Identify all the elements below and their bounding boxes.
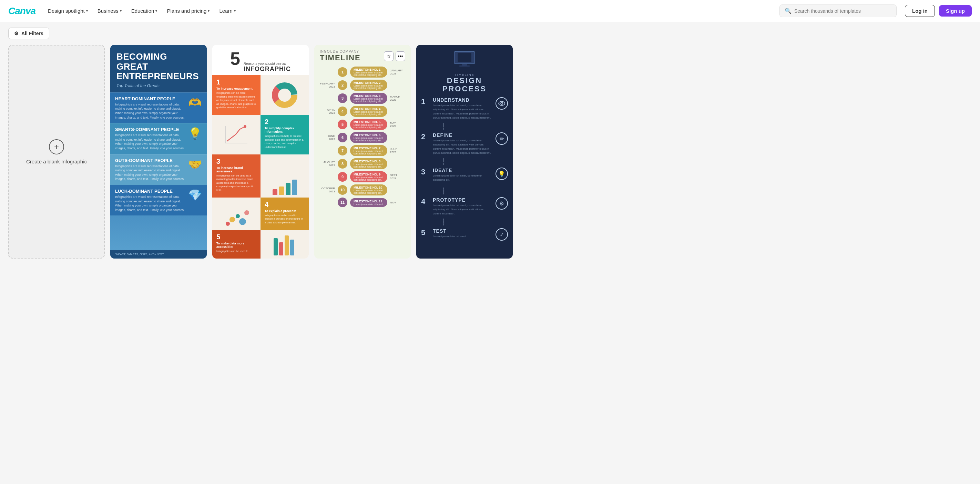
card2-cell-3-text: 3 To increase brand awareness: Infograph… <box>212 154 261 197</box>
handshake-icon: 🤝 <box>188 158 202 171</box>
card1-title: BECOMING GREAT ENTREPRENEURS <box>116 52 200 81</box>
all-filters-button[interactable]: ⚙ All Filters <box>8 27 49 39</box>
search-input[interactable] <box>794 8 891 14</box>
svg-point-6 <box>243 125 247 128</box>
card2-grid: 1 To increase engagement: Infographics c… <box>212 75 309 258</box>
milestone-6: JUNE2023 6 MILESTONE NO. 6 Lorem ipsum d… <box>318 132 407 143</box>
milestone-2: FEBRUARY2023 2 MILESTONE NO. 2 Lorem ips… <box>318 80 407 91</box>
svg-point-3 <box>278 89 291 101</box>
card2-cell-1-text: 1 To increase engagement: Infographics c… <box>212 75 261 115</box>
lightbulb-icon: 💡 <box>188 127 202 140</box>
svg-rect-19 <box>459 65 470 67</box>
card1-section-heart: HEART-DOMINANT PEOPLE Infographics are v… <box>110 92 207 123</box>
card2-cell-2-chart <box>212 115 261 154</box>
card2-cell-5-chart <box>261 230 309 258</box>
gear-icon: ⚙ <box>495 197 508 210</box>
plus-icon: + <box>49 139 64 154</box>
card4-step-2: 2 DEFINE Lorem ipsum dolor sit amet, con… <box>421 132 508 155</box>
svg-rect-14 <box>285 236 289 255</box>
nav-business[interactable]: Business ▾ <box>93 5 126 16</box>
svg-rect-18 <box>462 64 467 65</box>
gallery: + Create a blank Infographic BECOMING GR… <box>0 45 980 269</box>
milestone-5: 5 MILESTONE NO. 5 Lorem ipsum dolor sit … <box>318 119 407 130</box>
signup-button[interactable]: Sign up <box>939 5 972 16</box>
nav-design-spotlight[interactable]: Design spotlight ▾ <box>44 5 92 16</box>
card2-cell-5-text: 5 To make data more accessible: Infograp… <box>212 230 261 258</box>
logo[interactable]: Canva <box>8 5 35 16</box>
milestone-10: OCTOBER2023 10 MILESTONE NO. 10 Lorem ip… <box>318 185 407 196</box>
template-card-timeline[interactable]: INGOUDE COMPANY TIMELINE ☆ ••• 1 MILESTO… <box>314 45 411 258</box>
search-bar: 🔍 <box>780 5 897 17</box>
search-icon: 🔍 <box>784 8 792 14</box>
dashed-line <box>443 188 508 194</box>
template-card-infographic[interactable]: 5 Reasons you should use an INFOGRAPHIC … <box>212 45 309 258</box>
svg-point-21 <box>501 102 503 105</box>
card4-step-1: 1 UNDERSTAND Lorem ipsum dolor sit amet,… <box>421 97 508 120</box>
template-card-design-process[interactable]: TIMELINE DESIGNPROCESS 1 UNDERSTAND Lore… <box>416 45 513 258</box>
lightbulb-icon: 💡 <box>495 167 508 180</box>
svg-rect-12 <box>274 238 278 255</box>
pencil-icon: ✏ <box>495 132 508 145</box>
card3-header: INGOUDE COMPANY TIMELINE ☆ ••• <box>314 45 411 65</box>
card4-step-4: 4 PROTOTYPE Lorem ipsum dolor sit amet, … <box>421 197 508 216</box>
card1-footer: "HEART, SMARTS, GUTS, AND LUCK" <box>115 253 202 256</box>
milestone-7: 7 MILESTONE NO. 7 Lorem ipsum dolor sit … <box>318 145 407 156</box>
milestone-3: 3 MILESTONE NO. 3 Lorem ipsum dolor sit … <box>318 93 407 104</box>
eye-icon <box>495 97 508 110</box>
card2-cell-2-text: 2 To simplify complex information: Infog… <box>261 115 309 154</box>
milestone-4: APRIL2023 4 MILESTONE NO. 4 Lorem ipsum … <box>318 106 407 117</box>
nav-learn[interactable]: Learn ▾ <box>215 5 240 16</box>
dashed-line <box>443 158 508 165</box>
chevron-down-icon: ▾ <box>120 9 122 13</box>
milestone-11: 11 MILESTONE NO. 11 Lorem ipsum dolor si… <box>318 197 407 207</box>
check-icon: ✓ <box>495 228 508 240</box>
card2-header: 5 Reasons you should use an INFOGRAPHIC <box>212 45 309 75</box>
card2-cell-4-chart <box>212 197 261 230</box>
login-button[interactable]: Log in <box>905 5 935 17</box>
card2-cell-4-text: 4 To explain a process: Infographics can… <box>261 197 309 230</box>
nav: Design spotlight ▾ Business ▾ Education … <box>44 5 777 16</box>
dashed-line <box>443 218 508 226</box>
header-actions: Log in Sign up <box>905 5 972 17</box>
milestone-9: 9 MILESTONE NO. 9 Lorem ipsum dolor sit … <box>318 171 407 182</box>
diamond-icon: 💎 <box>188 189 202 202</box>
milestone-8: AUGUST2023 8 MILESTONE NO. 8 Lorem ipsum… <box>318 158 407 169</box>
nav-plans-pricing[interactable]: Plans and pricing ▾ <box>163 5 214 16</box>
svg-point-9 <box>236 214 240 218</box>
card1-section-luck: LUCK-DOMINANT PEOPLE Infographics are vi… <box>110 185 207 215</box>
card3-milestones: 1 MILESTONE NO. 1 Lorem ipsum dolor sit … <box>314 65 411 258</box>
header: Canva Design spotlight ▾ Business ▾ Educ… <box>0 0 980 22</box>
star-icon[interactable]: ☆ <box>384 51 393 61</box>
filter-icon: ⚙ <box>14 31 19 36</box>
card4-step-5: 5 TEST Lorem ipsum dolor sit amet. ✓ <box>421 228 508 240</box>
card1-section-smarts: SMARTS-DOMINANT PEOPLE Infographics are … <box>110 123 207 154</box>
card4-step-3: 3 IDEATE Lorem ipsum dolor sit amet, con… <box>421 167 508 182</box>
filters-bar: ⚙ All Filters <box>0 22 980 45</box>
more-options-icon[interactable]: ••• <box>396 51 405 61</box>
create-blank-label: Create a blank Infographic <box>26 159 87 164</box>
nav-education[interactable]: Education ▾ <box>127 5 162 16</box>
chevron-down-icon: ▾ <box>208 9 210 13</box>
card2-cell-1-chart <box>261 75 309 115</box>
svg-point-7 <box>226 222 230 226</box>
card1-subtitle: Top Traits of the Greats <box>116 83 200 88</box>
chevron-down-icon: ▾ <box>234 9 236 13</box>
card1-section-guts: GUTS-DOMINANT PEOPLE Infographics are vi… <box>110 154 207 185</box>
chevron-down-icon: ▾ <box>156 9 157 13</box>
svg-rect-13 <box>279 242 283 255</box>
create-blank-card[interactable]: + Create a blank Infographic <box>8 45 105 258</box>
template-card-entrepreneurs[interactable]: BECOMING GREAT ENTREPRENEURS Top Traits … <box>110 45 207 258</box>
heart-icon: 🫶 <box>188 96 202 109</box>
svg-rect-15 <box>290 240 294 255</box>
svg-rect-17 <box>458 53 471 62</box>
chevron-down-icon: ▾ <box>86 9 88 13</box>
svg-point-11 <box>244 210 249 215</box>
dashed-line <box>443 123 508 130</box>
card1-header: BECOMING GREAT ENTREPRENEURS Top Traits … <box>110 45 207 92</box>
card4-monitor <box>421 50 508 69</box>
svg-point-20 <box>499 101 505 105</box>
card2-number: 5 <box>230 49 240 68</box>
card2-cell-3-chart <box>261 154 309 197</box>
milestone-1: 1 MILESTONE NO. 1 Lorem ipsum dolor sit … <box>318 67 407 78</box>
svg-point-10 <box>239 218 246 225</box>
